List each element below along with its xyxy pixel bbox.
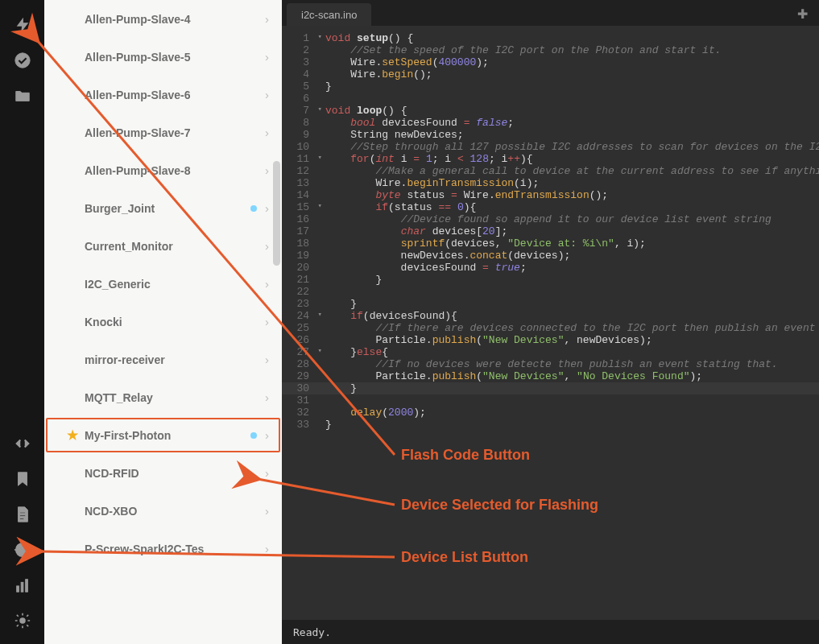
- svg-rect-2: [19, 515, 25, 516]
- svg-point-4: [15, 543, 29, 557]
- device-My-First-Photon[interactable]: ★My-First-Photon›: [44, 416, 282, 454]
- chevron-right-icon[interactable]: ›: [265, 50, 269, 64]
- chevron-right-icon[interactable]: ›: [265, 12, 269, 26]
- svg-point-12: [20, 618, 25, 623]
- device-Allen-Pump-Slave-6[interactable]: ★Allen-Pump-Slave-6›: [44, 76, 282, 114]
- chevron-right-icon[interactable]: ›: [265, 542, 269, 555]
- folder-icon[interactable]: [14, 87, 31, 105]
- annotation-device: Device Selected for Flashing: [401, 497, 598, 514]
- device-name: Allen-Pump-Slave-4: [85, 13, 242, 26]
- device-name: NCD-XBO: [85, 505, 242, 518]
- device-name: Current_Monitor: [85, 240, 242, 253]
- device-list[interactable]: ★Allen-Pump-Slave-4›★Allen-Pump-Slave-5›…: [44, 0, 282, 644]
- device-name: mirror-receiver: [85, 353, 242, 366]
- target-devices-icon[interactable]: [14, 541, 31, 559]
- device-Knocki[interactable]: ★Knocki›: [44, 303, 282, 341]
- device-Burger_Joint[interactable]: ★Burger_Joint›: [44, 189, 282, 227]
- device-name: P-Screw-SparkI2C-Tes: [85, 543, 242, 555]
- chevron-right-icon[interactable]: ›: [265, 239, 269, 253]
- chevron-right-icon[interactable]: ›: [265, 88, 269, 101]
- device-name: Allen-Pump-Slave-6: [85, 89, 242, 101]
- tab-active[interactable]: i2c-scan.ino: [287, 3, 371, 26]
- chevron-right-icon[interactable]: ›: [265, 466, 269, 480]
- star-icon: ★: [67, 427, 80, 443]
- code-body[interactable]: 1234567891011121314151617181920212223242…: [282, 26, 819, 620]
- device-name: MQTT_Relay: [85, 391, 242, 404]
- device-Allen-Pump-Slave-8[interactable]: ★Allen-Pump-Slave-8›: [44, 151, 282, 189]
- chevron-right-icon[interactable]: ›: [265, 277, 269, 291]
- device-Allen-Pump-Slave-4[interactable]: ★Allen-Pump-Slave-4›: [44, 0, 282, 38]
- device-name: Allen-Pump-Slave-7: [85, 126, 242, 139]
- svg-rect-1: [19, 512, 25, 513]
- online-dot-icon: [250, 432, 257, 439]
- device-name: Burger_Joint: [85, 202, 242, 215]
- device-Current_Monitor[interactable]: ★Current_Monitor›: [44, 227, 282, 265]
- settings-gear-icon[interactable]: [14, 612, 31, 630]
- status-bar: Ready.: [282, 620, 819, 644]
- svg-rect-10: [21, 582, 23, 592]
- scrollbar-thumb[interactable]: [273, 161, 280, 266]
- flash-icon[interactable]: [14, 16, 31, 34]
- device-MQTT_Relay[interactable]: ★MQTT_Relay›: [44, 378, 282, 416]
- annotation-flash: Flash Code Button: [401, 447, 530, 464]
- code-icon[interactable]: [14, 435, 31, 452]
- new-tab-icon[interactable]: ✚: [797, 6, 808, 22]
- device-I2C_Generic[interactable]: ★I2C_Generic›: [44, 265, 282, 303]
- tab-bar: i2c-scan.ino ✚: [282, 0, 819, 26]
- device-name: My-First-Photon: [85, 429, 242, 442]
- chevron-right-icon[interactable]: ›: [265, 428, 269, 442]
- chevron-right-icon[interactable]: ›: [265, 353, 269, 366]
- svg-point-0: [14, 53, 29, 68]
- svg-rect-11: [25, 580, 27, 592]
- code-content[interactable]: void setup() { //Set the speed of the I2…: [325, 32, 819, 431]
- line-gutter: 1234567891011121314151617181920212223242…: [282, 32, 314, 431]
- chevron-right-icon[interactable]: ›: [265, 201, 269, 215]
- verify-check-icon[interactable]: [14, 52, 31, 69]
- bookmark-icon[interactable]: [14, 470, 31, 488]
- device-name: NCD-RFID: [85, 467, 242, 480]
- device-P-Screw-SparkI2C-Tes[interactable]: ★P-Screw-SparkI2C-Tes›: [44, 530, 282, 568]
- chevron-right-icon[interactable]: ›: [265, 504, 269, 518]
- action-rail: [0, 0, 44, 644]
- device-Allen-Pump-Slave-7[interactable]: ★Allen-Pump-Slave-7›: [44, 114, 282, 151]
- device-name: I2C_Generic: [85, 278, 242, 291]
- device-NCD-XBO[interactable]: ★NCD-XBO›: [44, 492, 282, 530]
- chevron-right-icon[interactable]: ›: [265, 126, 269, 139]
- status-text: Ready.: [293, 626, 331, 638]
- chevron-right-icon[interactable]: ›: [265, 315, 269, 328]
- online-dot-icon: [250, 205, 257, 212]
- svg-rect-3: [19, 518, 23, 519]
- document-icon[interactable]: [14, 506, 31, 523]
- device-mirror-receiver[interactable]: ★mirror-receiver›: [44, 341, 282, 378]
- annotation-list: Device List Button: [401, 549, 528, 566]
- console-graph-icon[interactable]: [14, 576, 31, 594]
- code-editor: i2c-scan.ino ✚ 1234567891011121314151617…: [282, 0, 819, 644]
- device-NCD-RFID[interactable]: ★NCD-RFID›: [44, 454, 282, 492]
- device-name: Allen-Pump-Slave-8: [85, 164, 242, 177]
- device-name: Knocki: [85, 316, 242, 328]
- svg-rect-9: [16, 586, 19, 592]
- chevron-right-icon[interactable]: ›: [265, 163, 269, 177]
- device-Allen-Pump-Slave-5[interactable]: ★Allen-Pump-Slave-5›: [44, 38, 282, 76]
- device-name: Allen-Pump-Slave-5: [85, 51, 242, 64]
- chevron-right-icon[interactable]: ›: [265, 390, 269, 404]
